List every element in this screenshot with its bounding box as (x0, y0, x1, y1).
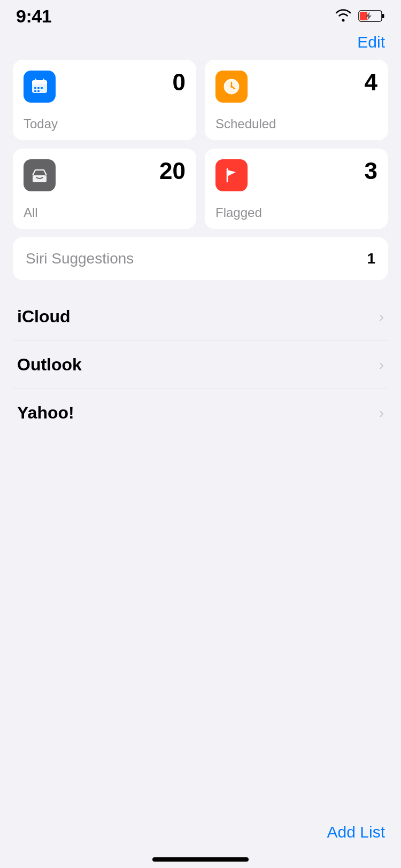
card-flagged-header: 3 (215, 159, 377, 191)
list-section: iCloud › Outlook › Yahoo! › (13, 293, 388, 437)
scheduled-label: Scheduled (215, 117, 377, 131)
siri-suggestions-row[interactable]: Siri Suggestions 1 (13, 237, 388, 280)
svg-rect-9 (34, 87, 36, 89)
status-icons (334, 8, 385, 24)
icloud-chevron-icon: › (379, 308, 384, 326)
card-all-header: 20 (24, 159, 186, 191)
card-today[interactable]: 0 Today (13, 60, 196, 140)
outlook-chevron-icon: › (379, 356, 384, 374)
flagged-icon (215, 159, 248, 191)
list-item-yahoo[interactable]: Yahoo! › (13, 389, 388, 437)
today-label: Today (24, 117, 186, 131)
toolbar: Edit (0, 29, 401, 60)
flagged-label: Flagged (215, 205, 377, 220)
all-icon (24, 159, 56, 191)
yahoo-chevron-icon: › (379, 405, 384, 422)
today-icon (24, 71, 56, 103)
add-list-button[interactable]: Add List (327, 823, 385, 841)
today-count: 0 (173, 71, 186, 94)
card-flagged[interactable]: 3 Flagged (205, 149, 388, 229)
card-scheduled-header: 4 (215, 71, 377, 103)
status-bar: 9:41 (0, 0, 401, 29)
battery-icon (358, 9, 385, 23)
wifi-icon (334, 8, 353, 24)
siri-suggestions-count: 1 (367, 250, 375, 267)
yahoo-label: Yahoo! (17, 403, 74, 423)
main-content: 0 Today 4 Scheduled (0, 60, 401, 437)
svg-rect-7 (35, 79, 36, 82)
home-indicator (152, 857, 249, 862)
list-item-icloud[interactable]: iCloud › (13, 293, 388, 341)
svg-rect-1 (382, 14, 384, 18)
svg-rect-13 (37, 90, 40, 92)
outlook-label: Outlook (17, 355, 82, 375)
status-time: 9:41 (16, 6, 51, 27)
flagged-count: 3 (365, 159, 377, 183)
svg-rect-10 (37, 87, 40, 89)
siri-suggestions-label: Siri Suggestions (26, 250, 134, 267)
svg-rect-12 (34, 90, 36, 92)
svg-rect-8 (43, 79, 44, 82)
scheduled-icon (215, 71, 248, 103)
card-today-header: 0 (24, 71, 186, 103)
all-count: 20 (159, 159, 186, 183)
all-label: All (24, 205, 186, 220)
svg-rect-11 (41, 87, 43, 89)
svg-rect-6 (32, 82, 47, 84)
edit-button[interactable]: Edit (357, 33, 385, 51)
icloud-label: iCloud (17, 307, 71, 327)
list-item-outlook[interactable]: Outlook › (13, 341, 388, 389)
svg-point-18 (230, 86, 233, 88)
cards-grid: 0 Today 4 Scheduled (13, 60, 388, 229)
footer: Add List (327, 823, 385, 841)
card-all[interactable]: 20 All (13, 149, 196, 229)
scheduled-count: 4 (365, 71, 377, 94)
card-scheduled[interactable]: 4 Scheduled (205, 60, 388, 140)
